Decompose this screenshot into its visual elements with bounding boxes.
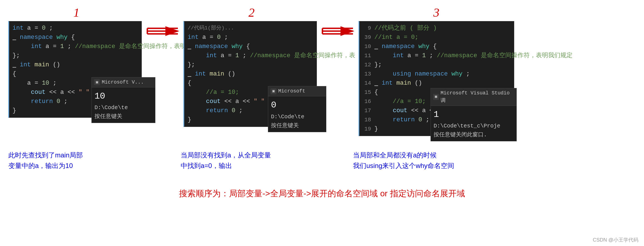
console-anykey-3: 按任意键关闭此窗口.	[434, 130, 514, 139]
desc3-line1: 当局部和全局都没有a的时候	[353, 150, 509, 160]
console-output-2: 0	[271, 98, 323, 112]
code-line: int a = 1 ; //namespace 是命名空间操作符，表	[184, 51, 317, 60]
arrow-svg-2	[321, 24, 357, 39]
code-line: ⎯ int main ()	[9, 60, 141, 69]
bottom-summary: 搜索顺序为：局部变量->全局变量->展开的命名空间域 or 指定访问命名展开域	[8, 188, 636, 199]
code-line: 12 };	[359, 60, 514, 69]
code-line: 9 //代码之前 ( 部分 )	[359, 24, 514, 33]
console-anykey-2: 按任意键关	[271, 121, 323, 130]
code-line: 39 //int a = 0;	[359, 33, 514, 42]
console-path-2: D:\Code\te	[271, 112, 323, 121]
vs-icon-1: ▣	[94, 79, 100, 85]
console-title-2: Microsoft	[278, 87, 305, 95]
vs-icon-2: ▣	[270, 88, 277, 94]
main-container: 1 int a = 0 ;	[0, 0, 644, 246]
desc2-line2: 中找到a=0，输出	[181, 160, 314, 171]
console-popup-1: ▣ Microsoft V... 10 D:\Code\te 按任意键关	[91, 77, 155, 123]
top-row: 1 int a = 0 ;	[8, 6, 636, 136]
code-line: 11 int a = 1 ; //namespace 是命名空间操作符，表明我们…	[359, 51, 514, 60]
console-popup-2: ▣ Microsoft 0 D:\Code\te 按任意键关	[268, 86, 326, 132]
desc-block-1: 此时先查找到了main局部 变量中的a，输出为10	[8, 150, 142, 171]
column2: 2 //代码1(部分)... int a = 0 ;	[183, 6, 320, 127]
desc-section: 此时先查找到了main局部 变量中的a，输出为10 当局部没有找到a，从全局变量…	[8, 150, 636, 171]
desc3-line2: 我们using来引入这个why命名空间	[353, 160, 509, 171]
console-body-3: 1 D:\Code\test_c\Proje 按任意键关闭此窗口.	[431, 106, 516, 141]
console-titlebar-2: ▣ Microsoft	[268, 86, 326, 96]
code-line: ⎯ namespace why {	[184, 42, 317, 51]
code-line: int a = 0 ;	[184, 33, 317, 42]
desc-block-3: 当局部和全局都没有a的时候 我们using来引入这个why命名空间	[353, 150, 509, 171]
code-line: 14 ⎯ int main ()	[359, 79, 514, 88]
code-line: };	[184, 60, 317, 69]
console-path-1: D:\Code\te	[95, 103, 152, 112]
code-panel-1: int a = 0 ; ⎯ namespace why	[8, 21, 142, 118]
console-path-3: D:\Code\test_c\Proje	[434, 122, 514, 130]
section-number-3: 3	[359, 6, 514, 20]
section-number-2: 2	[183, 6, 320, 20]
column3: 3 9 //代码之前 ( 部分 ) 39 //int a = 0;	[359, 6, 514, 136]
code-line: ⎯ namespace why {	[9, 33, 141, 42]
column1: 1 int a = 0 ;	[8, 6, 145, 118]
console-title-3: Microsoft Visual Studio 调	[441, 89, 514, 104]
code-panel-2: //代码1(部分)... int a = 0 ;	[183, 21, 317, 127]
console-titlebar-1: ▣ Microsoft V...	[92, 77, 155, 87]
desc-block-2: 当局部没有找到a，从全局变量 中找到a=0，输出	[181, 150, 314, 171]
code-partial-2: //代码1(部分)...	[184, 24, 317, 33]
watermark: CSDN @小王学代码	[593, 237, 638, 243]
panel3-wrapper: 9 //代码之前 ( 部分 ) 39 //int a = 0;	[359, 21, 514, 136]
code-line: 10 ⎯ namespace why {	[359, 42, 514, 51]
panel2-wrapper: //代码1(部分)... int a = 0 ;	[183, 21, 320, 127]
code-line: };	[9, 51, 141, 60]
code-line: int a = 1 ; //namespace 是命名空间操作符，表明	[9, 42, 141, 51]
code-line: int a = 0 ;	[9, 24, 141, 33]
console-body-2: 0 D:\Code\te 按任意键关	[268, 96, 326, 132]
vs-icon-3: ▣	[433, 94, 439, 100]
arrow-1	[145, 8, 183, 39]
desc2-line1: 当局部没有找到a，从全局变量	[181, 150, 314, 160]
desc1-line2: 变量中的a，输出为10	[8, 160, 142, 171]
code-panel-3: 9 //代码之前 ( 部分 ) 39 //int a = 0;	[359, 21, 514, 136]
code-line: 13 using namespace why ;	[359, 69, 514, 79]
console-anykey-1: 按任意键关	[95, 112, 152, 121]
summary-text: 搜索顺序为：局部变量->全局变量->展开的命名空间域 or 指定访问命名展开域	[179, 189, 465, 198]
console-output-3: 1	[434, 107, 514, 122]
code-line: ⎯ int main ()	[184, 69, 317, 79]
section-number-1: 1	[8, 6, 145, 20]
arrow-svg-1	[146, 24, 182, 39]
panel1-wrapper: int a = 0 ; ⎯ namespace why	[8, 21, 145, 118]
desc1-line1: 此时先查找到了main局部	[8, 150, 142, 160]
console-output-1: 10	[95, 89, 152, 103]
console-title-1: Microsoft V...	[102, 79, 144, 86]
console-titlebar-3: ▣ Microsoft Visual Studio 调	[431, 88, 516, 106]
console-popup-3: ▣ Microsoft Visual Studio 调 1 D:\Code\te…	[431, 88, 517, 141]
console-body-1: 10 D:\Code\te 按任意键关	[92, 87, 155, 123]
arrow-2	[320, 8, 359, 39]
